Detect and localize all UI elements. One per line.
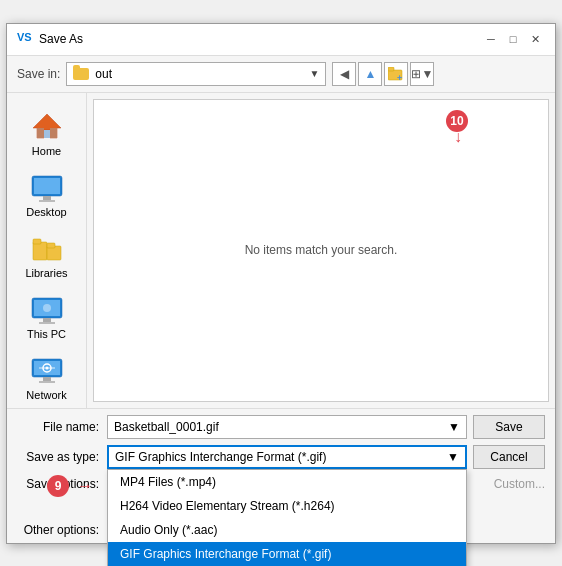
annotation-9-area: 9 → bbox=[47, 475, 93, 497]
save-as-type-label: Save as type: bbox=[17, 450, 107, 464]
other-options-label: Other options: bbox=[17, 523, 107, 537]
main-area: Home Desktop Libra bbox=[7, 93, 555, 408]
custom-label: Custom... bbox=[494, 477, 545, 491]
sidebar-item-thispc[interactable]: This PC bbox=[12, 290, 82, 347]
home-icon bbox=[31, 110, 63, 142]
save-button[interactable]: Save bbox=[473, 415, 545, 439]
annotation-9-circle: 9 bbox=[47, 475, 69, 497]
save-as-type-row: Save as type: GIF Graphics Interchange F… bbox=[17, 445, 545, 469]
svg-rect-5 bbox=[50, 128, 57, 138]
thispc-icon bbox=[31, 297, 63, 325]
annotation-9-arrow: → bbox=[77, 477, 93, 495]
dialog-title: Save As bbox=[39, 32, 83, 46]
combo-arrow: ▼ bbox=[309, 68, 319, 79]
save-as-dialog: VS Save As ─ □ ✕ Save in: out ▼ ◀ ▲ + bbox=[6, 23, 556, 544]
bottom-section: File name: Basketball_0001.gif ▼ Save Sa… bbox=[7, 408, 555, 543]
svg-rect-25 bbox=[43, 377, 51, 381]
annotation-10-area: 10 ↓ bbox=[446, 110, 468, 132]
svg-rect-12 bbox=[33, 239, 41, 244]
svg-rect-18 bbox=[39, 322, 55, 324]
cancel-button[interactable]: Cancel bbox=[473, 445, 545, 469]
svg-rect-8 bbox=[34, 178, 60, 194]
no-items-message: No items match your search. bbox=[245, 243, 398, 257]
minimize-button[interactable]: ─ bbox=[481, 29, 501, 49]
file-name-value: Basketball_0001.gif bbox=[114, 420, 219, 434]
save-in-toolbar: Save in: out ▼ ◀ ▲ + ⊞▼ bbox=[7, 56, 555, 93]
desktop-icon bbox=[31, 175, 63, 203]
svg-text:+: + bbox=[397, 73, 402, 81]
svg-point-19 bbox=[43, 304, 51, 312]
svg-rect-11 bbox=[33, 242, 47, 260]
up-button[interactable]: ▲ bbox=[358, 62, 382, 86]
file-area: No items match your search. 10 ↓ bbox=[93, 99, 549, 402]
sidebar-item-home[interactable]: Home bbox=[12, 103, 82, 164]
app-icon: VS bbox=[17, 31, 33, 47]
svg-rect-6 bbox=[44, 130, 50, 138]
maximize-button[interactable]: □ bbox=[503, 29, 523, 49]
file-name-label: File name: bbox=[17, 420, 107, 434]
annotation-10-arrow: ↓ bbox=[454, 128, 462, 146]
close-button[interactable]: ✕ bbox=[525, 29, 545, 49]
save-as-type-combo[interactable]: GIF Graphics Interchange Format (*.gif) … bbox=[107, 445, 467, 469]
dropdown-item-mp4[interactable]: MP4 Files (*.mp4) bbox=[108, 470, 466, 494]
nav-buttons: ◀ ▲ + ⊞▼ bbox=[332, 62, 434, 86]
sidebar-item-network-label: Network bbox=[26, 389, 66, 401]
save-as-type-value: GIF Graphics Interchange Format (*.gif) bbox=[115, 450, 326, 464]
sidebar-item-network[interactable]: Network bbox=[12, 351, 82, 408]
svg-rect-10 bbox=[39, 200, 55, 202]
save-as-type-input-area: GIF Graphics Interchange Format (*.gif) … bbox=[107, 445, 545, 469]
save-in-combo[interactable]: out ▼ bbox=[66, 62, 326, 86]
svg-rect-14 bbox=[47, 243, 55, 248]
back-button[interactable]: ◀ bbox=[332, 62, 356, 86]
sidebar: Home Desktop Libra bbox=[7, 93, 87, 408]
dropdown-item-h264[interactable]: H264 Video Elementary Stream (*.h264) bbox=[108, 494, 466, 518]
save-type-dropdown: MP4 Files (*.mp4) H264 Video Elementary … bbox=[107, 469, 467, 567]
svg-rect-17 bbox=[43, 318, 51, 322]
file-name-combo[interactable]: Basketball_0001.gif ▼ bbox=[107, 415, 467, 439]
dropdown-item-gif[interactable]: GIF Graphics Interchange Format (*.gif) bbox=[108, 542, 466, 566]
title-bar: VS Save As ─ □ ✕ bbox=[7, 24, 555, 56]
title-bar-left: VS Save As bbox=[17, 31, 83, 47]
svg-rect-1 bbox=[388, 67, 394, 71]
save-in-label: Save in: bbox=[17, 67, 60, 81]
sidebar-item-thispc-label: This PC bbox=[27, 328, 66, 340]
svg-rect-26 bbox=[39, 381, 55, 383]
sidebar-item-libraries[interactable]: Libraries bbox=[12, 229, 82, 286]
save-as-type-wrapper: GIF Graphics Interchange Format (*.gif) … bbox=[107, 445, 467, 469]
sidebar-item-desktop[interactable]: Desktop bbox=[12, 168, 82, 225]
sidebar-item-desktop-label: Desktop bbox=[26, 206, 66, 218]
sidebar-item-home-label: Home bbox=[32, 145, 61, 157]
network-icon bbox=[31, 358, 63, 386]
svg-rect-4 bbox=[37, 128, 44, 138]
save-in-value: out bbox=[95, 67, 112, 81]
new-folder-button[interactable]: + bbox=[384, 62, 408, 86]
dropdown-item-aac[interactable]: Audio Only (*.aac) bbox=[108, 518, 466, 542]
sidebar-item-libraries-label: Libraries bbox=[25, 267, 67, 279]
folder-icon bbox=[73, 68, 89, 80]
libraries-icon bbox=[31, 236, 63, 264]
view-button[interactable]: ⊞▼ bbox=[410, 62, 434, 86]
file-name-input-area: Basketball_0001.gif ▼ Save bbox=[107, 415, 545, 439]
title-controls: ─ □ ✕ bbox=[481, 29, 545, 49]
svg-rect-9 bbox=[43, 196, 51, 200]
save-as-type-combo-arrow: ▼ bbox=[447, 450, 459, 464]
file-name-row: File name: Basketball_0001.gif ▼ Save bbox=[17, 415, 545, 439]
file-name-combo-arrow: ▼ bbox=[448, 420, 460, 434]
